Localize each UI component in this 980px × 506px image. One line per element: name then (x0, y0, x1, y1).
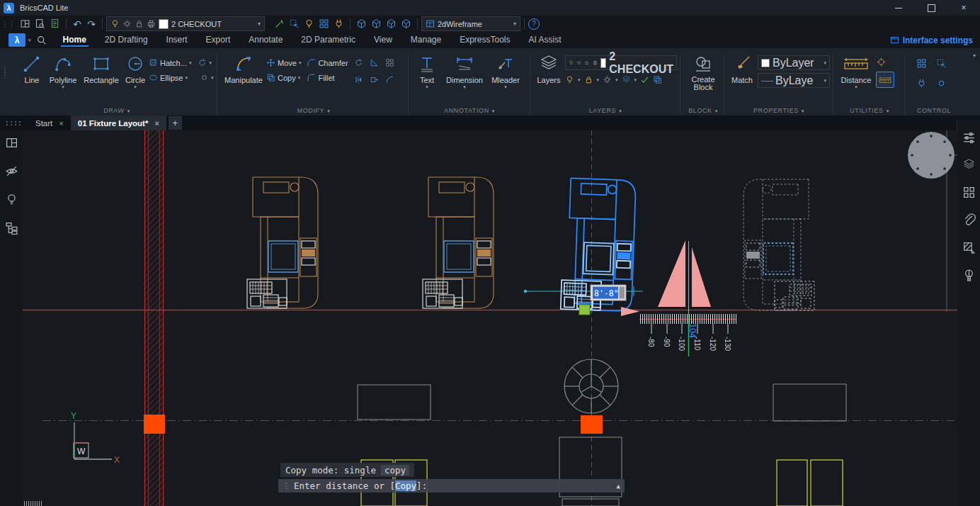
measure-active-button[interactable] (876, 72, 894, 88)
array-tool-button[interactable] (317, 17, 331, 30)
properties-panel-button[interactable] (962, 130, 976, 144)
checkout-fixture-1[interactable] (247, 177, 318, 308)
attachments-panel-button[interactable] (962, 213, 976, 227)
structure-panel-button[interactable] (5, 221, 18, 235)
help-button[interactable]: ? (528, 18, 540, 30)
checkout-fixture-2[interactable] (423, 177, 494, 308)
fillet-button[interactable]: Fillet (307, 73, 334, 82)
selection-control-button[interactable] (934, 57, 949, 70)
tab-export[interactable]: Export (197, 33, 240, 47)
move-button[interactable]: Move ▾ (266, 58, 301, 67)
chevron-down-icon[interactable]: ▾ (28, 38, 31, 43)
tab-ai-assist[interactable]: AI Assist (520, 33, 571, 47)
title-bar[interactable]: λ BricsCAD Lite × (0, 0, 980, 16)
mirror-button[interactable] (353, 73, 365, 86)
layer-dropdown[interactable]: 2 CHECKOUT ▾ (106, 16, 265, 31)
group-label-control[interactable]: CONTROL (907, 107, 961, 114)
layer-states-button[interactable] (622, 75, 631, 84)
minimize-button[interactable] (882, 0, 915, 16)
drawing-viewport[interactable]: -80 -90 -100 -110 -120 -130 -104 8'-8" (23, 130, 957, 506)
tab-view[interactable]: View (365, 33, 401, 47)
ribbon-grip[interactable]: ⋮⋮⋮ (1, 68, 8, 77)
grid-marker-center[interactable] (581, 415, 603, 434)
group-label-block[interactable]: BLOCK▾ (683, 107, 724, 114)
hide-objects-button[interactable] (5, 164, 18, 178)
isolate-objects-button[interactable] (5, 193, 18, 206)
group-label-properties[interactable]: PROPERTIES▾ (727, 107, 831, 114)
interface-settings-button[interactable]: Interface settings (890, 35, 973, 45)
view-cube-button-4[interactable] (399, 17, 414, 30)
checkout-fixture-4[interactable] (743, 179, 814, 310)
dynamic-dimension-input[interactable]: 8'-8" (591, 285, 626, 300)
redo-button[interactable]: ↷ (84, 17, 98, 30)
tab-start[interactable]: Start × (28, 116, 71, 130)
edit-arc-button[interactable] (384, 73, 397, 86)
distance-button[interactable]: Distance ▾ (836, 48, 876, 89)
view-cube-button-1[interactable] (354, 17, 369, 30)
close-icon[interactable]: × (154, 119, 159, 128)
selection-box-button[interactable] (287, 17, 302, 30)
round-column[interactable] (908, 132, 955, 179)
drawing-canvas[interactable]: -80 -90 -100 -110 -120 -130 -104 8'-8" (23, 130, 957, 506)
visual-style-dropdown[interactable]: 2dWireframe ▾ (421, 16, 520, 31)
tab-2d-parametric[interactable]: 2D Parametric (292, 33, 365, 47)
tab-fixture-layout[interactable]: 01 Fixture Layout* × (71, 116, 166, 130)
grip-point[interactable] (579, 305, 590, 315)
layer-lock-button[interactable] (584, 75, 593, 84)
group-label-modify[interactable]: MODIFY▾ (221, 107, 406, 114)
id-point-button[interactable] (876, 57, 887, 67)
text-button[interactable]: Text ▾ (412, 48, 442, 89)
hatch-panel-button[interactable] (962, 241, 976, 254)
toolbar-grip[interactable]: ⋮⋮ (1, 21, 16, 28)
view-cube-button-3[interactable] (384, 17, 399, 30)
application-button[interactable]: λ (8, 33, 25, 47)
layer-freeze-button[interactable] (603, 75, 612, 84)
manipulate-button[interactable]: Manipulate (221, 48, 266, 84)
chamfer-button[interactable]: Chamfer (307, 58, 348, 67)
doc-open-button[interactable] (47, 17, 62, 30)
group-label-draw[interactable]: DRAW▾ (18, 107, 215, 114)
rectangle-button[interactable]: Rectangle (81, 48, 122, 84)
point-button[interactable]: ▾ (200, 73, 214, 82)
plug-control-button[interactable] (914, 77, 929, 90)
components-panel-button[interactable] (962, 186, 976, 199)
array-button[interactable] (384, 56, 397, 69)
hatch-button[interactable]: Hatch... ▾ (149, 58, 191, 67)
grid-bulb-button[interactable] (302, 17, 317, 30)
layers-panel-button[interactable] (962, 158, 976, 172)
render-panel-button[interactable] (962, 269, 976, 282)
layer-check-button[interactable] (640, 75, 649, 84)
hatched-column-strip[interactable] (144, 130, 164, 506)
layer-off-button[interactable] (565, 75, 574, 84)
scale-button[interactable] (368, 56, 381, 69)
copy-button[interactable]: Copy ▾ (266, 73, 300, 82)
workspace-button[interactable] (18, 17, 33, 30)
ellipse-button[interactable]: Ellipse ▾ (149, 73, 188, 82)
tab-insert[interactable]: Insert (157, 33, 197, 47)
grid-plug-button[interactable] (331, 17, 346, 30)
layer-new-button[interactable] (653, 75, 662, 84)
annotation-wand-button[interactable] (272, 17, 287, 30)
lasso-control-button[interactable] (934, 77, 949, 90)
stretch-button[interactable] (368, 73, 381, 86)
group-label-utilities[interactable]: UTILITIES▾ (836, 107, 903, 114)
tab-2d-drafting[interactable]: 2D Drafting (96, 33, 157, 47)
ribbon-collapse-button[interactable]: ▾ (973, 52, 976, 59)
command-expand-icon[interactable]: ▲ (617, 483, 620, 490)
tab-expresstools[interactable]: ExpressTools (450, 33, 519, 47)
layers-button[interactable]: Layers (532, 48, 565, 84)
command-option-copy[interactable]: Copy (395, 480, 416, 491)
tab-annotate[interactable]: Annotate (239, 33, 292, 47)
rotate-button[interactable] (353, 56, 365, 69)
revision-cloud-button[interactable]: ▾ (198, 58, 212, 67)
search-button[interactable] (34, 35, 50, 45)
dimension-button[interactable]: Dimension ▾ (442, 48, 487, 89)
command-input[interactable]: ⋮ Enter distance or [Copy]: ▲ (278, 479, 625, 493)
close-icon[interactable]: × (59, 119, 63, 128)
circle-button[interactable]: Circle ▾ (122, 48, 149, 89)
close-button[interactable]: × (947, 0, 980, 16)
match-properties-button[interactable]: Match (727, 48, 758, 84)
new-tab-button[interactable]: + (169, 116, 182, 130)
ribbon-layer-dropdown[interactable]: 2 CHECKOUT (565, 55, 677, 70)
view-cube-button-2[interactable] (369, 17, 384, 30)
